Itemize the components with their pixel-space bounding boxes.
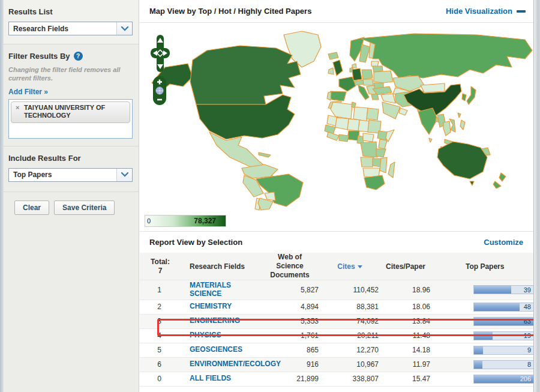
bar-value: 206 (520, 375, 531, 383)
legend-max-value: 78,327 (194, 217, 216, 225)
country-japan[interactable] (467, 86, 476, 104)
field-link[interactable]: PHYSICS (190, 331, 221, 339)
globe-icon (156, 87, 163, 94)
rank-cell: 1 (140, 280, 181, 300)
docs-cell: 4,894 (260, 300, 320, 314)
column-cites-sort[interactable]: Cites (320, 253, 380, 280)
country-mongolia[interactable] (421, 83, 445, 92)
cites-per-paper-cell: 18.06 (380, 300, 431, 314)
field-cell: ENVIRONMENT/ECOLOGY (181, 357, 260, 372)
bar-value: 63 (524, 318, 531, 325)
rank-cell: 2 (140, 300, 181, 314)
customize-link[interactable]: Customize (484, 238, 523, 247)
map-pan-control[interactable] (149, 35, 171, 73)
field-link[interactable]: MATERIALS SCIENCE (190, 281, 231, 298)
column-cites-per-paper: Cites/Paper (380, 253, 431, 280)
cites-cell: 74,092 (320, 314, 380, 328)
hide-visualization-link[interactable]: Hide Visualization (446, 7, 526, 16)
sidebar: Results List Research Fields Filter Resu… (0, 0, 139, 392)
top-papers-cell: 63 (431, 314, 540, 328)
include-results-section: Include Results For Top Papers (4, 146, 139, 192)
country-australia[interactable] (437, 142, 487, 179)
map-area: 0 78,327 (140, 23, 540, 232)
report-table: Total: 7 Research Fields Web of Science … (140, 253, 540, 387)
results-list-section: Results List Research Fields (4, 0, 139, 44)
map-zoom-control[interactable] (152, 76, 167, 106)
table-row: 6ENVIRONMENT/ECOLOGY91610,96711.978 (140, 357, 540, 372)
rank-cell: 5 (140, 343, 181, 357)
country-india[interactable] (418, 108, 437, 134)
country-new-zealand[interactable] (493, 181, 501, 188)
cites-cell: 20,211 (320, 328, 380, 343)
bar-value: 39 (524, 286, 531, 294)
report-view-header: Report View by Selection Customize (140, 232, 540, 253)
country-greenland[interactable] (284, 31, 321, 67)
top-papers-cell: 9 (431, 343, 540, 357)
world-map[interactable] (141, 24, 537, 211)
field-link[interactable]: GEOSCIENCES (190, 345, 242, 354)
column-top-papers: Top Papers (431, 253, 540, 280)
table-row: 4PHYSICS1,76120,21111.4819 (140, 328, 540, 343)
top-papers-cell: 39 (431, 280, 540, 300)
top-papers-bar: 48 (473, 303, 540, 312)
cites-per-paper-cell: 15.47 (380, 372, 431, 386)
field-link[interactable]: ENGINEERING (190, 316, 240, 325)
cites-per-paper-cell: 13.84 (380, 314, 431, 328)
collapse-icon (517, 10, 526, 13)
rank-cell: 6 (140, 357, 181, 372)
docs-cell: 5,353 (260, 314, 320, 328)
include-results-value: Top Papers (9, 169, 116, 181)
country-france[interactable] (339, 77, 356, 91)
filter-note: Changing the filter field removes all cu… (8, 65, 131, 83)
bar-value: 48 (524, 303, 531, 311)
top-papers-bar: 63 (473, 317, 540, 326)
cites-cell: 12,270 (320, 343, 380, 357)
results-list-dropdown[interactable]: Research Fields (8, 22, 133, 35)
sort-descending-icon (358, 265, 362, 268)
help-icon[interactable]: ? (74, 52, 83, 61)
field-cell: PHYSICS (181, 328, 260, 343)
field-link[interactable]: ALL FIELDS (190, 374, 231, 382)
results-list-heading: Results List (8, 7, 133, 16)
cites-per-paper-cell: 18.96 (380, 280, 431, 300)
table-row: 5GEOSCIENCES86512,27014.189 (140, 343, 540, 357)
add-filter-link[interactable]: Add Filter » (8, 88, 48, 96)
remove-filter-icon[interactable]: × (16, 104, 19, 112)
table-row: 0ALL FIELDS21,899338,80715.47206 (140, 372, 540, 386)
top-papers-cell: 206 (431, 372, 540, 386)
vertical-scrollbar[interactable] (533, 0, 540, 392)
field-cell: ALL FIELDS (181, 372, 260, 386)
country-mexico[interactable] (209, 132, 265, 169)
field-link[interactable]: CHEMISTRY (190, 302, 232, 310)
bar-value: 9 (527, 346, 531, 354)
report-table-body: 1MATERIALS SCIENCE5,827110,45218.96392CH… (140, 280, 540, 387)
cites-cell: 338,807 (320, 372, 380, 386)
docs-cell: 5,827 (260, 280, 320, 300)
bar-fill (474, 286, 511, 294)
field-cell: ENGINEERING (181, 314, 260, 328)
bar-fill (474, 346, 483, 354)
bar-value: 19 (524, 332, 531, 340)
filter-chip-label: TAIYUAN UNIVERSITY OF TECHNOLOGY (24, 104, 105, 119)
rank-cell: 0 (140, 372, 181, 386)
top-papers-bar: 9 (473, 346, 540, 355)
country-egypt[interactable] (367, 108, 379, 120)
country-germany[interactable] (352, 68, 362, 80)
chevron-down-icon (116, 22, 132, 35)
field-link[interactable]: ENVIRONMENT/ECOLOGY (190, 360, 281, 368)
total-header: Total: 7 (140, 253, 181, 280)
country-uk[interactable] (333, 60, 343, 76)
sidebar-edge-strip (0, 0, 4, 392)
total-value: 7 (140, 267, 181, 276)
report-view-title: Report View by Selection (149, 238, 242, 247)
rank-cell: 4 (140, 328, 181, 343)
cites-cell: 110,452 (320, 280, 380, 300)
field-cell: GEOSCIENCES (181, 343, 260, 357)
top-papers-cell: 19 (431, 328, 540, 343)
top-papers-bar: 19 (473, 331, 540, 340)
include-results-dropdown[interactable]: Top Papers (8, 168, 133, 182)
country-south-africa[interactable] (364, 175, 385, 190)
clear-button[interactable]: Clear (14, 201, 49, 215)
filter-section: Filter Results By ? Changing the filter … (4, 44, 139, 146)
save-criteria-button[interactable]: Save Criteria (54, 201, 115, 215)
